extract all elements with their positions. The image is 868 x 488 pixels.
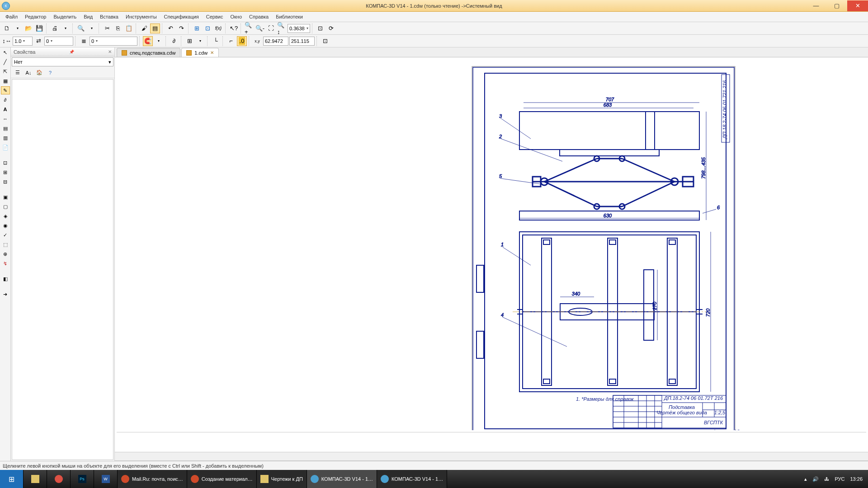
layers-button[interactable]: ≣	[79, 36, 89, 46]
tool-hatch-icon[interactable]: ▦	[1, 77, 10, 85]
undo-button[interactable]: ↶	[165, 23, 175, 33]
task-ps[interactable]: Ps	[71, 470, 94, 488]
pin-icon[interactable]: 📌	[69, 50, 74, 54]
param-button[interactable]: ∂	[169, 36, 179, 46]
zoom-out-button[interactable]: 🔍-	[255, 23, 265, 33]
tool-h-icon[interactable]: ✓	[1, 231, 10, 239]
extra-button[interactable]: ⊡	[320, 36, 330, 46]
command-line[interactable]	[117, 432, 866, 450]
snap-dd-icon[interactable]: ▾	[154, 36, 164, 46]
refresh-button[interactable]: ⟳	[326, 23, 336, 33]
drawing-viewport[interactable]: ДП.18.2-74 06.01.721 216	[115, 57, 868, 430]
copy-button[interactable]: ⎘	[113, 23, 123, 33]
tool-c-icon[interactable]: ⊟	[1, 178, 10, 186]
tool-edit-icon[interactable]: ✎	[1, 86, 10, 94]
task-kompas-2[interactable]: КОМПАС-3D V14 - 1…	[377, 470, 447, 488]
task-word[interactable]: W	[94, 470, 118, 488]
panel-tool-1-icon[interactable]: ☰	[13, 68, 23, 78]
manager-button[interactable]: ⊞	[192, 23, 202, 33]
zoom-dynamic-button[interactable]: 🔍↕	[277, 23, 287, 33]
mirror-button[interactable]: ⇄	[33, 36, 43, 46]
zoom-window-button[interactable]: ⛶	[266, 23, 276, 33]
menu-view[interactable]: Вид	[81, 13, 95, 20]
scale-dropdown[interactable]: 1.0▾	[13, 37, 33, 46]
zoom-value-dropdown[interactable]: 0.3638▾	[288, 24, 310, 33]
menu-edit[interactable]: Редактор	[22, 13, 49, 20]
layer-dropdown[interactable]: 0▾	[90, 37, 137, 46]
coord-y-input[interactable]: 251.115	[289, 37, 315, 46]
ortho-button[interactable]: ⌐	[226, 36, 236, 46]
tray-up-icon[interactable]: ▴	[804, 476, 807, 482]
tool-f-icon[interactable]: ◈	[1, 212, 10, 220]
style-dropdown[interactable]: 0▾	[44, 37, 73, 46]
tool-l-icon[interactable]: ◧	[1, 275, 10, 283]
maximize-button[interactable]: ▢	[826, 0, 847, 11]
panel-tool-2-icon[interactable]: A↓	[24, 68, 33, 78]
panel-filter-dropdown[interactable]: Нет▾	[12, 57, 113, 66]
tool-e-icon[interactable]: ▢	[1, 202, 10, 211]
cut-button[interactable]: ✂	[102, 23, 112, 33]
brush-button[interactable]: 🖌	[139, 23, 149, 33]
grid-button[interactable]: ⊞	[184, 36, 194, 46]
task-kompas-1[interactable]: КОМПАС-3D V14 - 1…	[307, 470, 377, 488]
tab-spec[interactable]: спец.подставка.cdw	[117, 48, 180, 57]
close-button[interactable]: ✕	[847, 0, 868, 11]
tool-line-icon[interactable]: ╱	[1, 58, 10, 66]
tool-tbl-icon[interactable]: ▤	[1, 124, 10, 132]
new-button[interactable]: 🗋	[2, 23, 12, 33]
task-explorer[interactable]	[24, 470, 47, 488]
round-button[interactable]: .0	[237, 36, 247, 46]
menu-insert[interactable]: Вставка	[97, 13, 121, 20]
print-dd-icon[interactable]: ▾	[61, 23, 71, 33]
panel-close-icon[interactable]: ✕	[108, 49, 112, 54]
tool-g-icon[interactable]: ◉	[1, 221, 10, 230]
minimize-button[interactable]: —	[806, 0, 826, 11]
snap-toggle-button[interactable]: 🧲	[143, 36, 153, 46]
help-cursor-button[interactable]: ↖?	[229, 23, 239, 33]
tool-b-icon[interactable]: ⊞	[1, 168, 10, 176]
menu-file[interactable]: Файл	[3, 13, 20, 20]
tray-sound-icon[interactable]: 🔊	[812, 476, 819, 482]
tray-net-icon[interactable]: 🖧	[824, 476, 829, 482]
task-mailru[interactable]: Mail.Ru: почта, поис…	[118, 470, 187, 488]
local-cs-button[interactable]: └	[211, 36, 221, 46]
save-button[interactable]: 💾	[34, 23, 44, 33]
menu-libs[interactable]: Библиотеки	[273, 13, 306, 20]
task-chrome[interactable]	[47, 470, 71, 488]
panel-tool-4-icon[interactable]: ?	[45, 68, 55, 78]
menu-tools[interactable]: Инструменты	[123, 13, 160, 20]
tool-text-icon[interactable]: A	[1, 105, 10, 113]
menu-spec[interactable]: Спецификация	[161, 13, 202, 20]
preview-dd-icon[interactable]: ▾	[87, 23, 97, 33]
tool-spec-icon[interactable]: ▥	[1, 134, 10, 142]
tab-close-icon[interactable]: ✕	[210, 50, 214, 55]
menu-help[interactable]: Справка	[246, 13, 271, 20]
menu-select[interactable]: Выделить	[51, 13, 79, 20]
fx-button[interactable]: f(x)	[213, 23, 223, 33]
show-all-button[interactable]: ⊡	[316, 23, 326, 33]
tray-time[interactable]: 13:26	[850, 476, 863, 482]
preview-button[interactable]: 🔍	[76, 23, 86, 33]
zoom-in-button[interactable]: 🔍+	[244, 23, 254, 33]
tool-i-icon[interactable]: ⬚	[1, 240, 10, 249]
vars-button[interactable]: ⊡	[203, 23, 212, 33]
new-dd-icon[interactable]: ▾	[13, 23, 23, 33]
snap-step-button[interactable]: ↕↔	[2, 36, 12, 46]
tool-d-icon[interactable]: ▣	[1, 193, 10, 201]
task-opera2[interactable]: Создание материал…	[187, 470, 257, 488]
tool-k-icon[interactable]: ↯	[1, 259, 10, 267]
tab-1cdw[interactable]: 1.cdw ✕	[181, 48, 219, 57]
menu-service[interactable]: Сервис	[203, 13, 226, 20]
panel-tool-3-icon[interactable]: 🏠	[34, 68, 44, 78]
tool-m-icon[interactable]: ➜	[1, 290, 10, 298]
tray-lang[interactable]: РУС	[835, 476, 844, 482]
tool-report-icon[interactable]: 📄	[1, 143, 10, 151]
redo-button[interactable]: ↷	[176, 23, 186, 33]
open-button[interactable]: 📂	[24, 23, 33, 33]
tool-dim-icon[interactable]: ⇱	[1, 67, 10, 75]
grid-dd-icon[interactable]: ▾	[195, 36, 205, 46]
tool-measure-icon[interactable]: ↔	[1, 115, 10, 123]
tool-j-icon[interactable]: ⊕	[1, 250, 10, 258]
menu-window[interactable]: Окно	[227, 13, 245, 20]
start-button[interactable]: ⊞	[0, 470, 24, 488]
